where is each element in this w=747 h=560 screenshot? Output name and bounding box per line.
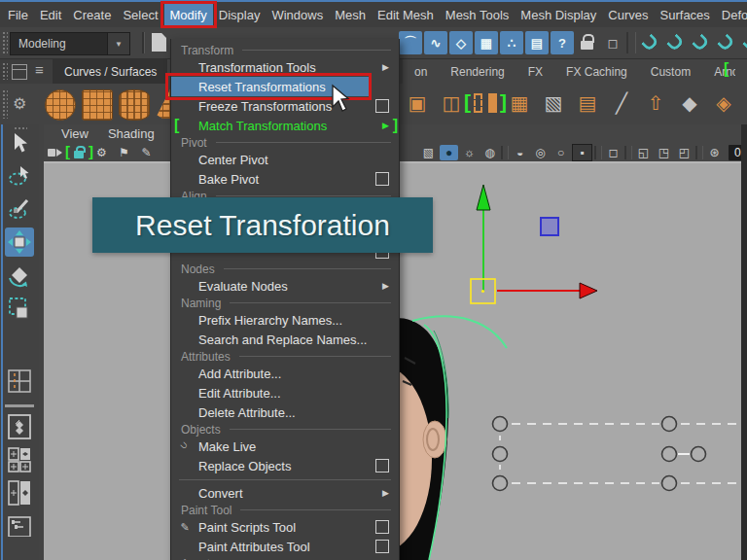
- separate-icon[interactable]: ◫: [437, 88, 466, 118]
- shelf-tab-partial-right[interactable]: [735, 59, 747, 84]
- single-pane-layout-button[interactable]: [7, 413, 32, 440]
- menu-item-delete-attribute[interactable]: Delete Attribute...: [171, 402, 399, 422]
- snap-grid-icon[interactable]: [638, 31, 661, 54]
- menu-item-freeze-transformations[interactable]: Freeze Transformations: [171, 96, 399, 116]
- menubar-item-mesh[interactable]: Mesh: [329, 2, 372, 27]
- wireframe-icon[interactable]: ▧: [419, 145, 438, 160]
- gear-icon[interactable]: ⚙: [13, 94, 26, 113]
- multi-cut-icon[interactable]: ╱: [607, 88, 636, 118]
- combine-icon[interactable]: ▣: [403, 88, 432, 118]
- pencil-curve-icon[interactable]: ∿: [424, 31, 447, 54]
- menubar-item-curves[interactable]: Curves: [602, 2, 654, 27]
- menubar-item-display[interactable]: Display: [213, 2, 267, 27]
- menu-item-make-live[interactable]: ∩Make Live: [171, 437, 399, 456]
- ao-icon[interactable]: ○: [551, 145, 570, 160]
- cube-wire-icon[interactable]: ▧: [539, 88, 568, 118]
- lighting-icon[interactable]: ☼: [460, 145, 479, 160]
- paint-select-tool[interactable]: [5, 194, 34, 224]
- shelf-drag-handle[interactable]: [2, 62, 8, 80]
- quad-pane-layout-button[interactable]: [7, 446, 32, 473]
- two-pane-layout-button[interactable]: [7, 479, 32, 507]
- new-scene-icon[interactable]: [152, 33, 166, 52]
- camera-icon[interactable]: [48, 145, 66, 160]
- shadows-icon[interactable]: ◍: [480, 145, 499, 160]
- menu-item-match-transformations[interactable]: Match Transformations▶[]: [171, 116, 399, 135]
- menubar-item-edit-mesh[interactable]: Edit Mesh: [372, 2, 440, 27]
- menu-item-bake-pivot[interactable]: Bake Pivot: [171, 169, 399, 189]
- camera-lock-icon[interactable]: []: [70, 145, 89, 160]
- toolbox-drag-handle[interactable]: [14, 126, 27, 131]
- outliner-pane-layout-button[interactable]: [7, 512, 32, 540]
- shelf-menu-icon[interactable]: ≡: [35, 61, 44, 78]
- camera-gear-icon[interactable]: ⚙: [92, 145, 111, 160]
- lattice-icon[interactable]: ▦: [475, 31, 498, 54]
- quad-draw-icon[interactable]: ◆: [675, 88, 704, 118]
- shelf-tab-curves-surfaces[interactable]: Curves / Surfaces: [53, 59, 168, 84]
- menubar-item-select[interactable]: Select: [117, 2, 163, 27]
- menu-item-edit-attribute[interactable]: Edit Attribute...: [171, 383, 399, 402]
- move-tool[interactable]: [5, 228, 34, 257]
- curve-arc-icon[interactable]: ⌒: [399, 31, 422, 54]
- option-box[interactable]: [375, 540, 389, 553]
- option-box[interactable]: [375, 99, 389, 113]
- isolate-view-icon[interactable]: ◰: [675, 145, 694, 160]
- isolate-add-icon[interactable]: ◳: [655, 145, 673, 160]
- extrude-icon[interactable]: ⇧: [641, 88, 670, 118]
- toolbar-drag-handle[interactable]: [2, 31, 8, 54]
- chevron-down-icon[interactable]: ▼: [107, 33, 129, 54]
- menu-item-search-and-replace-names[interactable]: Search and Replace Names...: [171, 330, 399, 349]
- four-pane-layout-button[interactable]: [7, 368, 32, 395]
- exposure-icon[interactable]: ⊛: [705, 145, 724, 160]
- shelf-tab-fx[interactable]: FX: [516, 59, 554, 84]
- menu-item-paint-scripts-tool[interactable]: ✎Paint Scripts Tool: [171, 517, 399, 537]
- option-box[interactable]: [375, 172, 389, 186]
- bookmark-icon[interactable]: ⚑: [115, 145, 133, 160]
- panel-menu-shading[interactable]: Shading: [108, 126, 155, 144]
- panel-menu-view[interactable]: View: [61, 126, 89, 144]
- shelf-tab-fx-caching[interactable]: FX Caching: [554, 59, 639, 84]
- menu-item-prefix-hierarchy-names[interactable]: Prefix Hierarchy Names...: [171, 310, 399, 330]
- nurbs-cylinder-icon[interactable]: [119, 89, 150, 121]
- snap-diamond-icon[interactable]: ◇: [449, 31, 473, 54]
- snap-live-icon[interactable]: [739, 31, 747, 54]
- menu-item-replace-objects[interactable]: Replace Objects: [171, 456, 399, 475]
- scale-tool[interactable]: [5, 294, 34, 323]
- menu-item-paint-attributes-tool[interactable]: Paint Attributes Tool: [171, 537, 399, 556]
- bevel-icon[interactable]: ◈: [709, 88, 738, 118]
- mirror-icon[interactable]: []: [471, 88, 500, 118]
- menu-item-add-attribute[interactable]: Add Attribute...: [171, 364, 399, 383]
- shelf-tab-custom[interactable]: Custom: [639, 59, 702, 84]
- menubar-item-deform[interactable]: Deform: [716, 2, 747, 27]
- menu-item-evaluate-nodes[interactable]: Evaluate Nodes▶: [171, 276, 399, 296]
- playblast-icon[interactable]: ▤: [525, 31, 549, 54]
- snap-projected-icon[interactable]: [714, 31, 737, 54]
- smooth-icon[interactable]: ▦: [505, 88, 534, 118]
- aa-icon[interactable]: ▪: [572, 144, 592, 161]
- shaded-icon[interactable]: ●: [440, 145, 458, 160]
- menu-item-convert[interactable]: Convert▶: [171, 483, 399, 503]
- menubar-item-surfaces[interactable]: Surfaces: [655, 2, 716, 27]
- menubar-item-modify[interactable]: Modify: [164, 2, 213, 27]
- snap-curve-icon[interactable]: [663, 31, 687, 54]
- menu-item-center-pivot[interactable]: Center Pivot: [171, 150, 399, 169]
- rotate-tool[interactable]: [5, 261, 34, 290]
- menubar-item-mesh-tools[interactable]: Mesh Tools: [440, 2, 516, 27]
- menubar-item-create[interactable]: Create: [67, 2, 117, 27]
- shelf-tab-rendering[interactable]: Rendering: [439, 59, 516, 84]
- lock-icon[interactable]: [576, 31, 599, 54]
- nurbs-sphere-icon[interactable]: [45, 89, 76, 121]
- menubar-item-file[interactable]: File: [2, 2, 34, 27]
- select-highlight-icon[interactable]: ◻: [604, 145, 622, 160]
- isolate-select-icon[interactable]: ◱: [634, 145, 653, 160]
- menubar-item-edit[interactable]: Edit: [34, 2, 67, 27]
- cluster-icon[interactable]: ∴: [500, 31, 523, 54]
- option-box[interactable]: [375, 459, 389, 472]
- textured-icon[interactable]: ◒: [511, 145, 529, 160]
- option-box[interactable]: [375, 520, 389, 534]
- menu-set-dropdown[interactable]: Modeling ▼: [10, 32, 130, 55]
- menubar-item-mesh-display[interactable]: Mesh Display: [515, 2, 602, 27]
- menu-item-transformation-tools[interactable]: Transformation Tools▶: [171, 57, 399, 77]
- shelf-icons-drag-handle[interactable]: [2, 89, 8, 119]
- shelf-grid-icon[interactable]: [12, 64, 27, 80]
- shelf-tab-on[interactable]: on: [403, 59, 439, 84]
